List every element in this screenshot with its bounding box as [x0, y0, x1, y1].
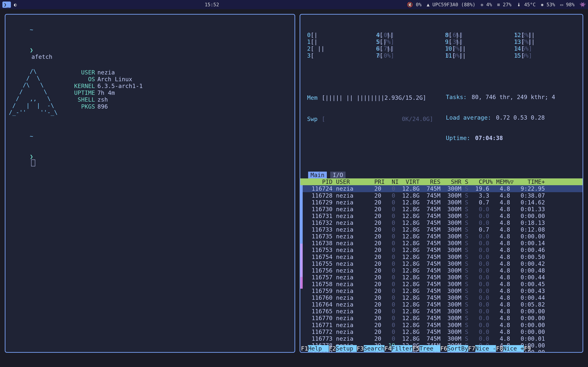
workspace-active-icon[interactable]: ❯_	[2, 1, 11, 8]
fn-f5[interactable]: F5Tree	[412, 345, 440, 352]
afetch-key: SHELL	[68, 96, 97, 103]
swap-bar: [ 0K/24.0G]	[322, 116, 439, 122]
process-row[interactable]: 116733 nezia 20 0 12.8G 745M 300M S 0.7 …	[303, 226, 583, 233]
ram-value: 27%	[503, 2, 512, 8]
loadavg-value: 0.72 0.53 0.28	[496, 114, 545, 121]
fn-f6[interactable]: F6SortBy	[440, 345, 468, 352]
temp-indicator[interactable]: 🌡 45°C	[517, 2, 536, 8]
process-row[interactable]: 116759 nezia 20 0 12.8G 745M 300M S 0.0 …	[303, 287, 583, 294]
volume-indicator[interactable]: 🔇 0%	[407, 2, 422, 8]
process-header[interactable]: PID USER PRI NI VIRT RES SHR S CPU% MEM%…	[300, 178, 583, 185]
prompt-symbol: ❯	[30, 47, 33, 53]
cpu-meter-14: 14[ 0.0%]	[514, 45, 578, 52]
process-row[interactable]: 116732 nezia 20 0 12.8G 745M 300M S 0.0 …	[303, 219, 583, 226]
process-row[interactable]: 116754 nezia 20 0 12.8G 745M 300M S 0.0 …	[303, 253, 583, 260]
afetch-key: KERNEL	[68, 83, 97, 89]
temp-value: 45°C	[524, 2, 536, 8]
cpu-meter-15: 15[ 0.0%]	[514, 52, 578, 59]
cpu-meter-5: 5[| 1.3%]	[376, 38, 440, 45]
tab-io[interactable]: I/O	[330, 172, 345, 178]
cpu-meter-9: 9[ || 2.7%]	[445, 38, 509, 45]
process-row[interactable]: 116724 nezia 20 0 12.8G 745M 300M S 19.6…	[303, 185, 583, 192]
afetch-val: 6.3.5-arch1-1	[97, 83, 143, 89]
cpu-meter-6: 6[ || 7.7%]	[376, 45, 440, 52]
fn-f4[interactable]: F4Filter	[385, 345, 412, 352]
ram-indicator[interactable]: ≡ 27%	[497, 2, 511, 8]
afetch-ascii-logo: /\ / \ /\ \ / \ / ,, \ / | | -\ /_-'' ''…	[9, 68, 58, 116]
process-row[interactable]: 116728 nezia 20 0 12.8G 745M 300M S 3.3 …	[303, 192, 583, 199]
tray-discord-icon[interactable]: 👾	[580, 2, 586, 8]
process-row[interactable]: 116729 nezia 20 0 12.8G 745M 300M S 0.7 …	[303, 199, 583, 206]
fn-f8[interactable]: F8Nice +	[496, 345, 524, 352]
volume-value: 0%	[416, 2, 422, 8]
fn-f1[interactable]: F1Help	[301, 345, 329, 352]
fn-f2[interactable]: F2Setup	[329, 345, 357, 352]
cpu-meter-11: 11[ || 3.9%]	[445, 52, 509, 59]
cpu-meter-1: 1[| 0.7%]	[307, 38, 371, 45]
afetch-uptime: UPTIME7h 4m	[68, 89, 143, 96]
tab-main[interactable]: Main	[308, 172, 327, 178]
afetch-key: USER	[68, 69, 97, 76]
process-row[interactable]: 116735 nezia 20 0 12.8G 745M 300M S 0.0 …	[303, 233, 583, 240]
afetch-key: PKGS	[68, 103, 97, 110]
tasks-value: 80, 746 thr, 249 kthr; 4	[472, 94, 555, 100]
prompt-symbol: ❯	[30, 153, 33, 160]
cpu-indicator[interactable]: ✲ 4%	[480, 2, 492, 8]
cursor[interactable]	[32, 160, 35, 166]
process-row[interactable]: 116758 nezia 20 0 12.8G 745M 300M S 0.0 …	[303, 281, 583, 287]
uptime-value: 07:04:38	[475, 134, 503, 141]
process-row[interactable]: 116738 nezia 20 0 12.8G 745M 300M S 0.0 …	[303, 240, 583, 247]
fan-value: 53%	[546, 2, 555, 8]
cpu-meter-12: 12[ || 2.0%]	[514, 32, 578, 38]
battery-value: 98%	[566, 2, 575, 8]
process-row[interactable]: 116770 nezia 20 0 12.8G 745M 300M S 0.0 …	[303, 315, 583, 321]
process-row[interactable]: 116755 nezia 20 0 12.8G 745M 300M S 0.0 …	[303, 260, 583, 267]
workspace-icon[interactable]: ◐	[14, 2, 17, 8]
status-bar: ❯_ ◐ 15:52 🔇 0% ▲ UPC59F3A0 (88%) ✲ 4% ≡…	[0, 0, 588, 9]
process-row[interactable]: 116764 nezia 20 0 12.8G 745M 300M S 0.0 …	[303, 301, 583, 308]
process-row[interactable]: 116756 nezia 20 0 12.8G 745M 300M S 0.0 …	[303, 267, 583, 274]
swap-label: Swp	[307, 116, 322, 122]
process-row[interactable]: 116757 nezia 20 0 12.8G 745M 300M S 0.0 …	[303, 274, 583, 281]
afetch-val: zsh	[97, 96, 108, 103]
fn-f9[interactable]: F9	[524, 345, 531, 352]
process-row[interactable]: 116753 nezia 20 0 12.8G 745M 300M S 0.0 …	[303, 247, 583, 253]
afetch-val: Arch Linux	[97, 76, 132, 83]
process-row[interactable]: 116771 nezia 20 0 12.8G 745M 300M S 0.0 …	[303, 322, 583, 328]
afetch-val: 896	[97, 103, 108, 110]
cpu-meter-10: 10[ || 2.6%]	[445, 45, 509, 52]
fan-icon: ✺	[541, 2, 544, 8]
terminal-left[interactable]: ~ ❯ afetch /\ / \ /\ \ / \ / ,, \ / | | …	[5, 14, 295, 353]
function-key-bar: F1Help F2Setup F3SearchF4FilterF5Tree F6…	[300, 345, 583, 352]
clock: 15:52	[17, 2, 407, 8]
cpu-meter-2: 2[ || 4.7%]	[307, 45, 371, 52]
tasks-label: Tasks:	[446, 94, 470, 100]
cpu-meter-7: 7[ 0.0%]	[376, 52, 440, 59]
process-list[interactable]: 116724 nezia 20 0 12.8G 745M 300M S 19.6…	[300, 185, 583, 352]
wifi-icon: ▲	[427, 2, 430, 8]
terminal-right-htop[interactable]: 0[| 9.0%]4[ || 9.6%]8[ || 5.2%]12[ || 2.…	[300, 14, 583, 353]
cpu-meter-13: 13[ || 2.6%]	[514, 38, 578, 45]
process-row[interactable]: 116730 nezia 20 0 12.8G 745M 300M S 0.0 …	[303, 206, 583, 213]
cpu-meter-4: 4[ || 9.6%]	[376, 32, 440, 38]
battery-icon: ▭	[560, 2, 563, 8]
fn-f3[interactable]: F3Search	[357, 345, 385, 352]
afetch-pkgs: PKGS896	[68, 103, 143, 110]
afetch-key: UPTIME	[68, 89, 97, 96]
uptime-label: Uptime:	[446, 134, 474, 141]
afetch-key: OS	[68, 76, 97, 83]
process-row[interactable]: 116772 nezia 20 0 12.8G 745M 300M S 0.0 …	[303, 328, 583, 335]
scrollbar[interactable]	[300, 185, 303, 352]
process-row[interactable]: 116731 nezia 20 0 12.8G 745M 300M S 0.0 …	[303, 213, 583, 219]
wifi-value: UPC59F3A0 (88%)	[432, 2, 476, 8]
afetch-kernel: KERNEL6.3.5-arch1-1	[68, 83, 143, 89]
process-row[interactable]: 116760 nezia 20 0 12.8G 745M 300M S 0.0 …	[303, 294, 583, 301]
ram-icon: ≡	[497, 2, 500, 8]
process-row[interactable]: 116765 nezia 20 0 12.8G 745M 300M S 0.0 …	[303, 308, 583, 315]
process-row[interactable]: 116773 nezia 20 0 12.8G 745M 300M S 0.0 …	[303, 335, 583, 342]
wifi-indicator[interactable]: ▲ UPC59F3A0 (88%)	[427, 2, 476, 8]
thermometer-icon: 🌡	[517, 2, 521, 8]
fn-f7[interactable]: F7Nice -	[468, 345, 496, 352]
battery-indicator[interactable]: ▭ 98%	[560, 2, 575, 8]
fan-indicator[interactable]: ✺ 53%	[541, 2, 555, 8]
